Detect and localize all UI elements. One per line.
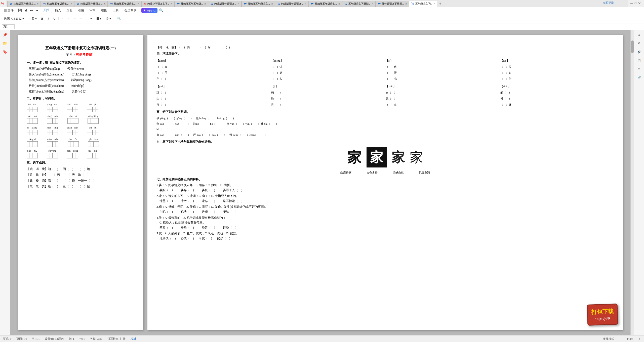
left-icon-2[interactable]: 📁 [1, 39, 9, 47]
status-row: 行: 1 [79, 337, 85, 341]
status-zoom-out[interactable]: － [619, 337, 622, 341]
section3-content: 【哦 泻 绕】知（ ） 围（ ） （ ）地 【蛀 炸 炒】（ ）药 （ ）天 蜘… [27, 166, 134, 189]
right-icon-1[interactable]: A [635, 31, 643, 38]
scrollbar-vertical[interactable] [630, 30, 634, 335]
wps-ai-icon: ✦ [143, 9, 146, 12]
cal-char-4: 家 [410, 151, 423, 164]
top-section: 【掩 讹 陇】（ ）弱 （ ）斥 （ ）计 [156, 45, 614, 50]
section1-title: 一、读一读，用"画出加点字正确的读音。 [27, 60, 134, 65]
promo-banner[interactable]: 打包下载 5中+小中 [587, 304, 618, 326]
left-page: 五年级语文下册期末复习之专项训练卷(一) 字词（有参考答案） 一、读一读，用"画… [18, 35, 143, 330]
tab-1[interactable]: W纯编版五年级语文...× [7, 1, 41, 7]
doc-title: 五年级语文下册期末复习之专项训练卷(一) [27, 45, 134, 51]
polyphones-content: 供 gōng（ ）gòng（ ） 是 huāng（ ）huǎng（ ） 燕 yā… [156, 115, 614, 138]
bullet-list[interactable]: ☰ ▾ [95, 16, 103, 22]
doc-area: 五年级语文下册期末复习之专项训练卷(一) 字词（有参考答案） 一、读一读，用"画… [10, 30, 630, 335]
right-icon-6[interactable]: 🔗 [635, 74, 643, 81]
tab-5[interactable]: M纯编小学语文文字...× [141, 1, 175, 7]
formula-bar: | [0, 23, 644, 30]
section7-title: 七、给加点的字选择正确的解释。 [156, 177, 614, 182]
ribbon-tab-review[interactable]: 审阅 [87, 8, 98, 13]
left-panel: 📌 📁 🔖 [0, 30, 10, 335]
redo-icon[interactable]: ↪ [34, 8, 39, 13]
print-icon[interactable]: 🖨 [23, 8, 29, 13]
doc-subtitle: 字词（有参考答案） [27, 52, 134, 57]
tab-11[interactable]: W五年级语文下册期...× [342, 1, 376, 7]
status-zoom-level: 110% [627, 337, 633, 340]
align-center[interactable]: ≡ [66, 16, 71, 22]
ribbon-tab-start[interactable]: 开始 [41, 8, 52, 13]
align-right[interactable]: ≡ [72, 16, 77, 22]
right-icon-5[interactable]: ✏ [635, 65, 643, 73]
page-coordinate[interactable] [2, 24, 15, 29]
cal-char-1: 家 [347, 150, 361, 164]
bold-button[interactable]: B [39, 16, 45, 22]
font-name[interactable]: 仿宋_GB2312 ▾ [2, 16, 26, 22]
tab-6[interactable]: W纯编版五年五年级...× [175, 1, 208, 7]
ribbon-tabs: ☰ 文件 💾 🖨 ↩ ↪ 开始 插入 页面 引用 审阅 视图 工具 会员专享 ✦… [0, 7, 644, 14]
left-icon-1[interactable]: 📌 [1, 31, 9, 38]
title-bar: W W纯编版五年级语文...× W纯编版五年级语文...× W纯编版五年级语文.… [0, 0, 644, 7]
right-icon-4[interactable]: 📋 [635, 57, 643, 64]
status-zoom-in[interactable]: ＋ [638, 337, 641, 341]
wps-ai-button[interactable]: ✦ WPS AI [141, 8, 157, 13]
new-tab-button[interactable]: + [437, 1, 444, 7]
tab-7[interactable]: W纯编版五年级语文...× [208, 1, 242, 7]
ribbon-tab-ref[interactable]: 引用 [75, 8, 87, 13]
right-page: 【掩 讹 陇】（ ）弱 （ ）斥 （ ）计 四、巧填同音字。 【zhōu】【ch… [147, 35, 623, 330]
align-justify[interactable]: ≡ [78, 16, 84, 22]
section6-title: 六、将下列汉字书法与其相应的特点连线。 [156, 140, 614, 144]
status-wordcount: 字数: 2310 [90, 337, 102, 341]
section3-title: 三、选字成词。 [27, 160, 134, 165]
promo-sub: 5中+小中 [591, 316, 614, 322]
tab-8[interactable]: W纯编版五年级语文...× [242, 1, 275, 7]
promo-line1: 打包下载 [591, 307, 614, 317]
line-spacing[interactable]: ↕ ▾ [86, 16, 94, 22]
tab-10[interactable]: W纯编版五年级语文...× [309, 1, 342, 7]
tab-9[interactable]: W纯编版五年级语文...× [275, 1, 308, 7]
status-proofread[interactable]: 校对 [131, 337, 136, 341]
maximize-icon[interactable]: □ [635, 2, 636, 5]
section5-title: 五、给下列多音字组词。 [156, 110, 614, 114]
active-tab-label: 五年级语文下□ [415, 2, 432, 6]
ribbon-tab-vip[interactable]: 会员专享 [122, 8, 139, 13]
ribbon-tab-tools[interactable]: 工具 [110, 8, 121, 13]
align-left[interactable]: ≡ [60, 16, 65, 22]
save-icon[interactable]: 💾 [17, 8, 23, 13]
font-size[interactable]: 小四 ▾ [27, 16, 38, 22]
ribbon-tab-page[interactable]: 页面 [64, 8, 75, 13]
section4-title: 四、巧填同音字。 [156, 52, 614, 56]
tab-12[interactable]: W五年级语文下册期...× [376, 1, 409, 7]
right-panel: A ⚙ 🔊 📋 ✏ 🔗 [634, 30, 644, 335]
status-section: 节: 1/1 [32, 337, 40, 341]
section2-title: 二、看拼音，写词语。 [27, 96, 134, 101]
undo-icon[interactable]: ↩ [29, 8, 34, 13]
find-replace[interactable]: 🔍 [115, 16, 123, 22]
status-settings: 设置值: 1.4厘米 [45, 337, 64, 341]
status-spell: 拼写检查: 打开 [107, 337, 126, 341]
tab-active[interactable]: W五年级语文下□× [409, 1, 437, 7]
pinyin-groups: hú dié yīng tao shuī piáo dù jī wěi tuō … [27, 103, 134, 158]
tab-3[interactable]: W纯编版五年级语文...× [74, 1, 108, 7]
user-login[interactable]: 立即登录 [603, 1, 614, 5]
wps-ai-label: WPS AI [146, 9, 155, 12]
right-icon-2[interactable]: ⚙ [635, 39, 643, 47]
close-icon[interactable]: ✕ [638, 1, 641, 6]
numbered-list[interactable]: ① ▾ [104, 16, 113, 22]
left-icon-3[interactable]: 🔖 [1, 48, 9, 56]
ribbon-tab-insert[interactable]: 插入 [52, 8, 63, 13]
underline-button[interactable]: U [52, 16, 57, 22]
scrollbar-thumb[interactable] [631, 40, 634, 53]
ribbon-tools: 仿宋_GB2312 ▾ 小四 ▾ B I U | ≡ ≡ ≡ ≡ | ↕ ▾ ☰… [0, 14, 644, 23]
file-menu[interactable]: ☰ 文件 [2, 7, 15, 14]
cal-char-2: 家 [367, 147, 387, 167]
tab-2[interactable]: W纯编版五年级语文...× [41, 1, 74, 7]
search-icon[interactable]: 🔍 [159, 8, 163, 13]
status-col: 列: 1 [69, 337, 74, 341]
italic-button[interactable]: I [46, 16, 51, 22]
status-page: 页码: 1 [3, 337, 11, 341]
right-icon-3[interactable]: 🔊 [635, 48, 643, 56]
minimize-icon[interactable]: ─ [630, 1, 633, 6]
tab-4[interactable]: W纯编版五年级语文...× [108, 1, 141, 7]
ribbon-tab-view[interactable]: 视图 [99, 8, 110, 13]
